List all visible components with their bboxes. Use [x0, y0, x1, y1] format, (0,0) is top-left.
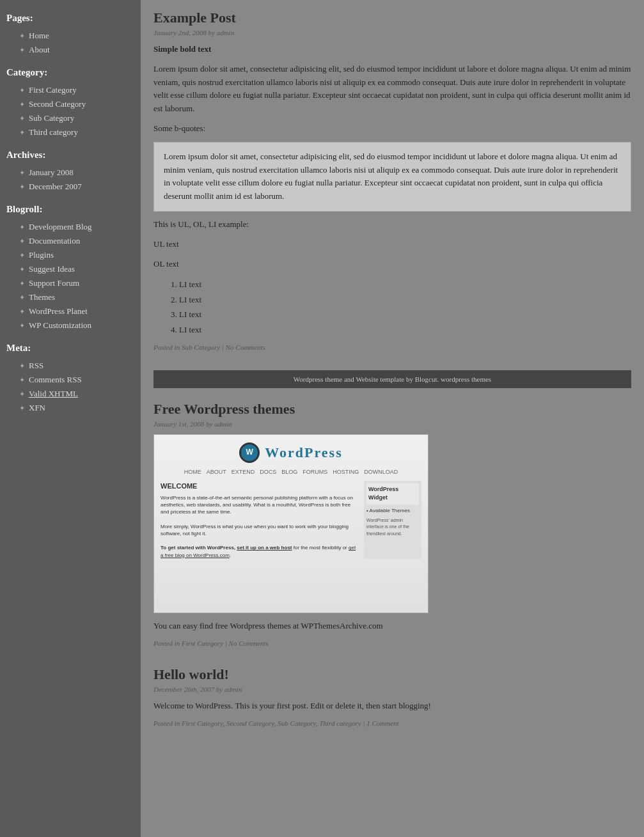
arrow-icon: ✦ [19, 114, 25, 123]
arrow-icon: ✦ [19, 251, 25, 260]
post-free-wordpress: Free Wordpress themes January 1st, 2008 … [153, 401, 631, 647]
sidebar-item-third-category[interactable]: ✦ Third category [6, 125, 134, 139]
post-title[interactable]: Hello world! [153, 666, 631, 683]
sidebar-item-first-category[interactable]: ✦ First Category [6, 83, 134, 97]
sidebar-item-wp-customization[interactable]: ✦ WP Customization [6, 318, 134, 332]
main-content: Example Post January 2nd, 2008 by admin … [141, 0, 644, 837]
sidebar: Pages: ✦ Home ✦ About Category: ✦ First … [0, 0, 141, 837]
post-body: You can easy find free Wordpress themes … [153, 620, 631, 633]
wordpress-mock: W WordPress HOME ABOUT EXTEND DOCS BLOG … [154, 435, 428, 613]
sidebar-item-comments-rss[interactable]: ✦ Comments RSS [6, 373, 134, 387]
arrow-icon: ✦ [19, 293, 25, 302]
footer-bar: Wordpress theme and Website template by … [153, 370, 631, 388]
post-1: Example Post January 2nd, 2008 by admin … [141, 0, 644, 756]
post-body: Welcome to WordPress. This is your first… [153, 700, 631, 713]
ul-ol-label: This is UL, OL, LI example: [153, 218, 631, 231]
arrow-icon: ✦ [19, 390, 25, 398]
ol-text: OL text [153, 258, 631, 271]
sidebar-item-suggest-ideas[interactable]: ✦ Suggest Ideas [6, 262, 134, 276]
post-meta: December 26th, 2007 by admin [153, 685, 631, 693]
post-hello-world: Hello world! December 26th, 2007 by admi… [153, 666, 631, 727]
sidebar-item-documentation[interactable]: ✦ Documentation [6, 234, 134, 248]
post-footer: Posted in Sub Category | No Comments [153, 343, 631, 351]
arrow-icon: ✦ [19, 129, 25, 137]
sidebar-item-jan-2008[interactable]: ✦ January 2008 [6, 166, 134, 180]
arrow-icon: ✦ [19, 183, 25, 191]
list-item: LI text [179, 292, 631, 307]
sidebar-item-dec-2007[interactable]: ✦ December 2007 [6, 180, 134, 194]
post-meta: January 1st, 2008 by admin [153, 420, 631, 428]
category-section-title: Category: [6, 67, 134, 78]
blockquote: Lorem ipsum dolor sit amet, consectetur … [153, 142, 631, 212]
sidebar-item-sub-category[interactable]: ✦ Sub Category [6, 111, 134, 125]
post-image: W WordPress HOME ABOUT EXTEND DOCS BLOG … [153, 434, 428, 613]
arrow-icon: ✦ [19, 32, 25, 40]
post-footer: Posted in First Category, Second Categor… [153, 719, 631, 727]
sidebar-item-about[interactable]: ✦ About [6, 43, 134, 57]
wp-logo-circle: W [239, 442, 260, 463]
sidebar-item-dev-blog[interactable]: ✦ Development Blog [6, 220, 134, 234]
archives-section-title: Archives: [6, 150, 134, 160]
sidebar-item-wp-planet[interactable]: ✦ WordPress Planet [6, 304, 134, 318]
sidebar-item-second-category[interactable]: ✦ Second Category [6, 97, 134, 111]
bold-text: Simple bold text [153, 43, 631, 56]
list-item: LI text [179, 322, 631, 337]
post-example: Example Post January 2nd, 2008 by admin … [153, 10, 631, 351]
sidebar-item-support-forum[interactable]: ✦ Support Forum [6, 276, 134, 290]
wp-logo-area: W WordPress [239, 441, 342, 464]
wp-welcome: WELCOME [161, 481, 359, 492]
post-content: W WordPress HOME ABOUT EXTEND DOCS BLOG … [153, 434, 631, 633]
arrow-icon: ✦ [19, 308, 25, 316]
arrow-icon: ✦ [19, 86, 25, 95]
sidebar-item-xfn[interactable]: ✦ XFN [6, 401, 134, 415]
sidebar-item-plugins[interactable]: ✦ Plugins [6, 248, 134, 262]
list-item: LI text [179, 277, 631, 292]
sidebar-item-themes[interactable]: ✦ Themes [6, 290, 134, 304]
bquotes-label: Some b-quotes: [153, 122, 631, 136]
wp-logo-text: WordPress [265, 441, 342, 464]
sidebar-item-rss[interactable]: ✦ RSS [6, 359, 134, 373]
footer-text: Wordpress theme and Website template by … [294, 375, 491, 383]
sidebar-item-valid-xhtml[interactable]: ✦ Valid XHTML [6, 387, 134, 401]
post-body: Lorem ipsum dolor sit amet, consectetur … [153, 63, 631, 116]
wp-side-content: WordPress Widget • Available Themes Word… [366, 483, 419, 538]
pages-section-title: Pages: [6, 13, 134, 24]
blogroll-section-title: Blogroll: [6, 204, 134, 215]
arrow-icon: ✦ [19, 223, 25, 231]
post-title[interactable]: Example Post [153, 10, 631, 26]
arrow-icon: ✦ [19, 100, 25, 109]
arrow-icon: ✦ [19, 169, 25, 177]
arrow-icon: ✦ [19, 46, 25, 54]
wp-nav: HOME ABOUT EXTEND DOCS BLOG FORUMS HOSTI… [184, 467, 398, 476]
post-title[interactable]: Free Wordpress themes [153, 401, 631, 418]
sidebar-item-home[interactable]: ✦ Home [6, 29, 134, 43]
arrow-icon: ✦ [19, 322, 25, 330]
wp-intro: WordPress is a state-of-the-art semantic… [161, 494, 359, 559]
ul-text: UL text [153, 238, 631, 251]
post-content: Simple bold text Lorem ipsum dolor sit a… [153, 43, 631, 337]
arrow-icon: ✦ [19, 279, 25, 288]
post-footer: Posted in First Category | No Comments [153, 639, 631, 647]
arrow-icon: ✦ [19, 404, 25, 412]
wp-main-col: WELCOME WordPress is a state-of-the-art … [161, 481, 359, 559]
post-content: Welcome to WordPress. This is your first… [153, 700, 631, 713]
arrow-icon: ✦ [19, 376, 25, 384]
arrow-icon: ✦ [19, 237, 25, 246]
arrow-icon: ✦ [19, 265, 25, 274]
ordered-list: LI text LI text LI text LI text [179, 277, 631, 337]
list-item: LI text [179, 307, 631, 322]
wp-body: WELCOME WordPress is a state-of-the-art … [161, 481, 421, 559]
wp-side-col: WordPress Widget • Available Themes Word… [364, 481, 421, 559]
post-meta: January 2nd, 2008 by admin [153, 29, 631, 36]
meta-section-title: Meta: [6, 343, 134, 354]
arrow-icon: ✦ [19, 362, 25, 370]
